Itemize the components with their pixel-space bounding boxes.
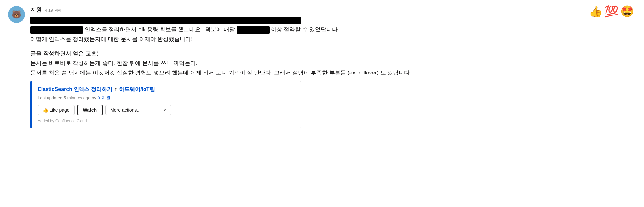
- reaction-thumbs-up[interactable]: 👍: [589, 5, 602, 18]
- reaction-star-eyes[interactable]: 🤩: [620, 5, 634, 18]
- avatar: 🐻: [8, 6, 25, 23]
- confluence-footer-text: Added by Confluence Cloud: [38, 119, 87, 123]
- redacted-bar-1: [30, 17, 301, 24]
- confluence-actions: 👍 Like page Watch More actions... ∨: [38, 105, 295, 115]
- avatar-image: 🐻: [8, 6, 25, 23]
- message-line-2: 인덱스를 정리하면서 elk 용량 확보를 했는데요.. 덕분에 매달 이상 절…: [30, 25, 608, 34]
- message-body: 지원 4:19 PM 인덱스를 정리하면서 elk 용량 확보를 했는데요.. …: [30, 6, 608, 128]
- message-container: 🐻 지원 4:19 PM 인덱스를 정리하면서 elk 용량 확보를 했는데요.…: [0, 0, 644, 134]
- message-header: 지원 4:19 PM: [30, 6, 608, 14]
- message-line-4: 글을 작성하면서 얻은 교훈): [30, 49, 608, 58]
- watch-button[interactable]: Watch: [77, 105, 103, 115]
- like-page-button[interactable]: 👍 Like page: [38, 105, 75, 115]
- message-text-line-4: 글을 작성하면서 얻은 교훈): [30, 50, 99, 57]
- confluence-footer: Added by Confluence Cloud: [38, 119, 295, 123]
- confluence-team-text: 하드웨어/IoT팀: [119, 86, 155, 92]
- message-line-3: 어떻게 인덱스를 정리했는지에 대한 문서를 이제야 완성했습니다!: [30, 35, 608, 44]
- confluence-title-text: ElasticSearch 인덱스 정리하기: [38, 86, 112, 92]
- chevron-down-icon: ∨: [163, 108, 166, 112]
- confluence-meta: Last updated 5 minutes ago by 이지원: [38, 95, 295, 101]
- message-text-part-2: 이상 절약할 수 있었답니다: [271, 26, 337, 33]
- confluence-in-text: in: [113, 86, 119, 92]
- watch-label: Watch: [83, 107, 97, 113]
- confluence-card: ElasticSearch 인덱스 정리하기 in 하드웨어/IoT팀 Last…: [30, 81, 301, 128]
- message-text: 인덱스를 정리하면서 elk 용량 확보를 했는데요.. 덕분에 매달 이상 절…: [30, 15, 608, 77]
- confluence-title-link[interactable]: ElasticSearch 인덱스 정리하기: [38, 86, 113, 92]
- redacted-bar-3: [237, 26, 270, 34]
- message-text-line-3: 어떻게 인덱스를 정리했는지에 대한 문서를 이제야 완성했습니다!: [30, 36, 193, 42]
- message-line-1: [30, 15, 608, 24]
- message-line-5: 문서는 바로바로 작성하는게 좋다. 한참 뒤에 문서를 쓰니 까먹는다.: [30, 59, 608, 68]
- more-actions-label: More actions...: [110, 107, 141, 113]
- confluence-card-title: ElasticSearch 인덱스 정리하기 in 하드웨어/IoT팀: [38, 86, 295, 93]
- like-page-label: 👍 Like page: [43, 107, 70, 113]
- confluence-author-text: 이지원: [97, 95, 110, 100]
- reaction-hundred[interactable]: 💯: [604, 5, 618, 18]
- confluence-author-link[interactable]: 이지원: [97, 95, 110, 100]
- redacted-bar-2: [30, 26, 83, 34]
- username: 지원: [30, 6, 42, 14]
- emoji-reactions: 👍 💯 🤩: [589, 5, 634, 18]
- confluence-team-link[interactable]: 하드웨어/IoT팀: [119, 86, 155, 92]
- more-actions-button[interactable]: More actions... ∨: [105, 105, 171, 115]
- message-text-line-6: 문서를 처음 쓸 당시에는 이것저것 삽질한 경험도 넣으려 했는데 이제 와서…: [30, 70, 410, 76]
- blank-line: [30, 44, 608, 49]
- message-text-line-5: 문서는 바로바로 작성하는게 좋다. 한참 뒤에 문서를 쓰니 까먹는다.: [30, 60, 197, 66]
- timestamp: 4:19 PM: [45, 8, 61, 13]
- confluence-meta-text: Last updated 5 minutes ago by: [38, 95, 97, 100]
- message-line-6: 문서를 처음 쓸 당시에는 이것저것 삽질한 경험도 넣으려 했는데 이제 와서…: [30, 68, 608, 77]
- message-text-part-1: 인덱스를 정리하면서 elk 용량 확보를 했는데요.. 덕분에 매달: [85, 26, 237, 33]
